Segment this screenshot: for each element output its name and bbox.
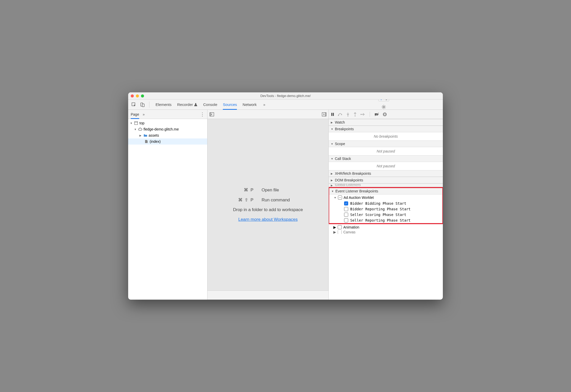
svg-rect-23 [384,113,385,115]
svg-rect-12 [331,113,332,116]
zoom-window-button[interactable] [141,94,144,97]
svg-point-16 [347,115,348,116]
checkbox-canvas[interactable] [338,230,342,234]
tab-sources[interactable]: Sources [223,100,237,110]
checkbox-animation[interactable] [338,225,342,229]
scope-empty: Not paused [329,147,443,155]
pause-exceptions-icon[interactable] [383,112,387,116]
flask-icon [194,103,197,106]
show-navigator-icon[interactable] [210,112,214,116]
event-breakpoint-item[interactable]: Bidder Bidding Phase Start [329,201,442,206]
main-tabs: Elements Recorder Console Sources Networ… [156,100,265,110]
titlebar: DevTools - fledge-demo.glitch.me/ [128,92,443,100]
section-xhr[interactable]: ▶XHR/fetch Breakpoints [329,170,443,177]
section-xhr-label: XHR/fetch Breakpoints [335,171,371,176]
tree-origin-label: fledge-demo.glitch.me [144,127,179,131]
drop-folder-text: Drop in a folder to add to workspace [233,207,303,212]
tab-elements[interactable]: Elements [156,100,172,110]
debugger-panels: ▶Watch ▼Breakpoints No breakpoints ▼Scop… [329,119,443,300]
event-breakpoint-label: Bidder Bidding Phase Start [350,201,406,205]
show-debugger-icon[interactable] [322,112,326,116]
navigator-tabs: Page » ⋮ [128,110,207,119]
svg-point-14 [338,115,339,116]
event-breakpoint-item[interactable]: Seller Scoring Phase Start [329,212,442,217]
event-breakpoint-item[interactable]: Bidder Reporting Phase Start [329,206,442,212]
checkbox[interactable] [344,218,348,222]
tab-recorder-label: Recorder [177,102,193,107]
step-into-icon[interactable] [346,112,350,116]
tree-top-label: top [139,121,144,125]
inspect-element-icon[interactable] [130,101,137,108]
section-scope-label: Scope [335,142,345,146]
tree-origin[interactable]: ▼ fledge-demo.glitch.me [128,126,207,132]
open-file-label: Open file [262,188,313,193]
step-out-icon[interactable] [353,112,357,116]
checkbox[interactable] [344,201,348,205]
main-content: Page » ⋮ ▼ top ▼ fledge-demo.glitch.me ▶ [128,110,443,300]
checkbox-mixed-icon[interactable]: − [338,195,342,200]
device-toggle-icon[interactable] [139,101,146,108]
deactivate-breakpoints-icon[interactable] [375,113,379,116]
tab-network[interactable]: Network [243,100,257,110]
group-animation-label: Animation [343,225,359,229]
section-dom[interactable]: ▶DOM Breakpoints [329,177,443,183]
section-global[interactable]: ▶Global Listeners [329,183,443,187]
svg-rect-11 [325,113,326,116]
settings-icon[interactable] [380,103,387,111]
pause-icon[interactable] [331,113,334,116]
group-canvas-label: Canvas [343,230,355,234]
folder-icon [143,134,148,137]
group-canvas[interactable]: ▶ Canvas [329,230,443,234]
tab-recorder[interactable]: Recorder [177,100,198,110]
section-global-label: Global Listeners [335,183,361,187]
debugger-pane: ▶Watch ▼Breakpoints No breakpoints ▼Scop… [329,110,443,300]
section-scope[interactable]: ▼Scope [329,140,443,147]
debugger-toolbar [329,110,443,119]
close-window-button[interactable] [131,94,134,97]
event-breakpoint-label: Bidder Reporting Phase Start [350,207,411,211]
navigator-menu-icon[interactable]: ⋮ [200,112,205,117]
tab-page[interactable]: Page [131,110,139,119]
tree-file-label: (index) [150,139,161,144]
svg-rect-13 [333,113,334,116]
tree-file-index[interactable]: (index) [128,138,207,145]
section-watch[interactable]: ▶Watch [329,119,443,126]
tree-top[interactable]: ▼ top [128,120,207,126]
tab-console[interactable]: Console [203,100,217,110]
tree-folder-assets[interactable]: ▶ assets [128,132,207,138]
section-callstack[interactable]: ▼Call Stack [329,155,443,162]
run-command-keys: ⌘ ⇧ P [223,197,254,203]
section-watch-label: Watch [335,120,345,124]
frame-icon [134,121,138,125]
minimize-window-button[interactable] [136,94,139,97]
highlight-event-listener-breakpoints: ▼Event Listener Breakpoints ▼ − Ad Aucti… [329,187,443,224]
file-icon [144,140,149,143]
section-event-listener-label: Event Listener Breakpoints [335,189,378,193]
section-breakpoints[interactable]: ▼Breakpoints [329,126,443,132]
svg-point-5 [383,106,385,108]
checkbox[interactable] [344,213,348,217]
traffic-lights [131,94,144,97]
open-file-keys: ⌘ P [223,187,254,193]
window-title: DevTools - fledge-demo.glitch.me/ [128,94,443,98]
callstack-empty: Not paused [329,162,443,170]
section-event-listener[interactable]: ▼Event Listener Breakpoints [329,188,442,194]
event-breakpoint-item[interactable]: Seller Reporting Phase Start [329,217,442,223]
more-tabs-icon[interactable]: » [263,103,265,107]
editor-footer [207,290,328,300]
checkbox[interactable] [344,207,348,211]
navigator-more-tabs[interactable]: » [143,112,145,116]
main-toolbar: Elements Recorder Console Sources Networ… [128,100,443,110]
step-over-icon[interactable] [338,113,343,116]
section-callstack-label: Call Stack [335,157,351,161]
group-animation[interactable]: ▶ Animation [329,224,443,230]
svg-point-18 [355,115,356,116]
step-icon[interactable] [360,113,365,116]
workspaces-link[interactable]: Learn more about Workspaces [238,217,298,222]
svg-rect-9 [210,113,211,116]
svg-rect-24 [385,113,386,115]
group-ad-auction-worklet[interactable]: ▼ − Ad Auction Worklet [329,194,442,201]
svg-rect-2 [142,104,144,107]
devtools-window: DevTools - fledge-demo.glitch.me/ Elemen… [128,92,443,300]
section-dom-label: DOM Breakpoints [335,178,363,182]
